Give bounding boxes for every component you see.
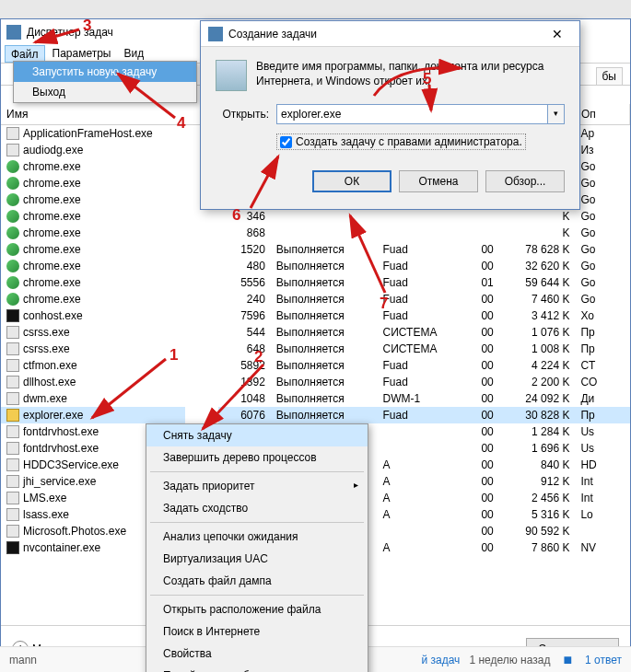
process-cpu: 00 [456, 258, 499, 274]
process-status: Выполняется [271, 241, 378, 258]
table-row[interactable]: dllhost.exe1392ВыполняетсяFuad002 200 KC… [1, 374, 630, 390]
process-name: Microsoft.Photos.exe [23, 525, 126, 538]
ctx-end-task[interactable]: Снять задачу [146, 424, 368, 446]
process-name: chrome.exe [23, 210, 81, 223]
process-name: fontdrvhost.exe [23, 442, 99, 455]
ctx-end-tree[interactable]: Завершить дерево процессов [146, 446, 368, 469]
process-name: chrome.exe [23, 177, 81, 190]
process-mem: 2 456 K [499, 490, 576, 506]
process-status: Выполняется [271, 374, 378, 390]
dialog-message: Введите имя программы, папки, документа … [256, 60, 565, 91]
open-input[interactable] [276, 104, 548, 124]
table-row[interactable]: ctfmon.exe5892ВыполняетсяFuad004 224 KCT [1, 357, 630, 374]
process-mem: K [499, 208, 576, 225]
process-cpu: 00 [456, 440, 499, 457]
process-name: chrome.exe [23, 293, 81, 306]
open-combobox[interactable]: ▾ [276, 104, 565, 124]
menu-exit[interactable]: Выход [14, 82, 196, 102]
process-status: Выполняется [271, 390, 378, 407]
process-icon [6, 492, 19, 504]
process-mem: 7 860 K [499, 539, 576, 556]
table-row[interactable]: dwm.exe1048ВыполняетсяDWM-10024 092 KДи [1, 390, 630, 407]
process-user: A [378, 457, 456, 473]
tab-stub[interactable]: бы [596, 67, 624, 85]
process-icon [6, 127, 19, 140]
close-icon[interactable]: ✕ [543, 27, 572, 41]
process-name: ApplicationFrameHost.exe [23, 127, 153, 140]
run-icon [216, 60, 247, 91]
process-status: Выполняется [271, 291, 378, 307]
process-user [378, 423, 456, 440]
process-name: chrome.exe [23, 260, 81, 272]
col-desc[interactable]: Оп [575, 104, 629, 125]
process-cpu: 00 [456, 423, 499, 440]
separator [150, 522, 364, 523]
process-icon [6, 309, 19, 322]
process-desc: Go [575, 225, 629, 241]
table-row[interactable]: csrss.exe544ВыполняетсяСИСТЕМА001 076 KП… [1, 324, 630, 341]
process-icon [6, 276, 19, 289]
process-status [271, 208, 378, 225]
process-cpu: 00 [456, 291, 499, 307]
process-status: Выполняется [271, 357, 378, 374]
ctx-dump[interactable]: Создать файл дампа [146, 570, 368, 592]
table-row[interactable]: conhost.exe7596ВыполняетсяFuad003 412 KХ… [1, 307, 630, 324]
process-context-menu: Снять задачу Завершить дерево процессов … [146, 423, 368, 672]
process-user [378, 225, 456, 241]
process-pid: 5556 [218, 274, 271, 291]
cancel-button[interactable]: Отмена [399, 170, 478, 192]
chevron-down-icon[interactable]: ▾ [548, 104, 565, 124]
browse-button[interactable]: Обзор... [485, 170, 565, 192]
ctx-search[interactable]: Поиск в Интернете [146, 620, 368, 643]
process-icon [6, 160, 19, 173]
process-status: Выполняется [271, 307, 378, 324]
process-desc: Ap [575, 125, 629, 143]
process-cpu: 01 [456, 274, 499, 291]
ctx-wait-chain[interactable]: Анализ цепочки ожидания [146, 526, 368, 548]
table-row[interactable]: csrss.exe648ВыполняетсяСИСТЕМА001 008 KП… [1, 341, 630, 357]
process-mem: K [499, 225, 576, 241]
admin-checkbox[interactable] [280, 136, 292, 148]
table-row[interactable]: explorer.exe6076ВыполняетсяFuad0030 828 … [1, 407, 630, 423]
process-cpu: 00 [456, 241, 499, 258]
process-cpu: 00 [456, 357, 499, 374]
admin-checkbox-row[interactable]: Создать задачу с правами администратора. [276, 133, 526, 150]
process-desc: Us [575, 440, 629, 457]
process-desc: Go [575, 175, 629, 191]
process-mem: 30 828 K [499, 407, 576, 423]
process-user: СИСТЕМА [378, 324, 456, 341]
dialog-icon [208, 27, 223, 41]
process-icon [6, 144, 19, 156]
col-name[interactable]: Имя [1, 104, 218, 125]
table-row[interactable]: chrome.exe240ВыполняетсяFuad007 460 KGo [1, 291, 630, 307]
process-mem: 1 696 K [499, 440, 576, 457]
ctx-uac[interactable]: Виртуализация UAC [146, 548, 368, 570]
strip-left: mann [9, 654, 37, 666]
process-mem: 1 076 K [499, 324, 576, 341]
table-row[interactable]: chrome.exe480ВыполняетсяFuad0032 620 KGo [1, 258, 630, 274]
ctx-affinity[interactable]: Задать сходство [146, 497, 368, 519]
process-desc: Go [575, 291, 629, 307]
menu-new-task[interactable]: Запустить новую задачу [14, 62, 196, 82]
ctx-services[interactable]: Перейти к службам [146, 665, 368, 672]
process-mem: 840 K [499, 457, 576, 473]
table-row[interactable]: chrome.exe868KGo [1, 225, 630, 241]
process-cpu [456, 225, 499, 241]
ctx-priority[interactable]: Задать приоритет [146, 475, 368, 497]
process-name: HDDC3Service.exe [23, 458, 119, 471]
ok-button[interactable]: ОК [312, 170, 391, 192]
ctx-properties[interactable]: Свойства [146, 643, 368, 665]
process-desc: Int [575, 490, 629, 506]
separator [150, 595, 364, 596]
ctx-open-location[interactable]: Открыть расположение файла [146, 598, 368, 620]
process-icon [6, 226, 19, 239]
table-row[interactable]: chrome.exe1520ВыполняетсяFuad0078 628 KG… [1, 241, 630, 258]
process-user: Fuad [378, 241, 456, 258]
table-row[interactable]: chrome.exe346KGo [1, 208, 630, 225]
strip-answers: 1 ответ [585, 654, 622, 666]
process-user [378, 523, 456, 539]
process-mem: 32 620 K [499, 258, 576, 274]
table-row[interactable]: chrome.exe5556ВыполняетсяFuad0159 644 KG… [1, 274, 630, 291]
process-name: dllhost.exe [23, 376, 76, 388]
open-label: Открыть: [216, 108, 269, 121]
